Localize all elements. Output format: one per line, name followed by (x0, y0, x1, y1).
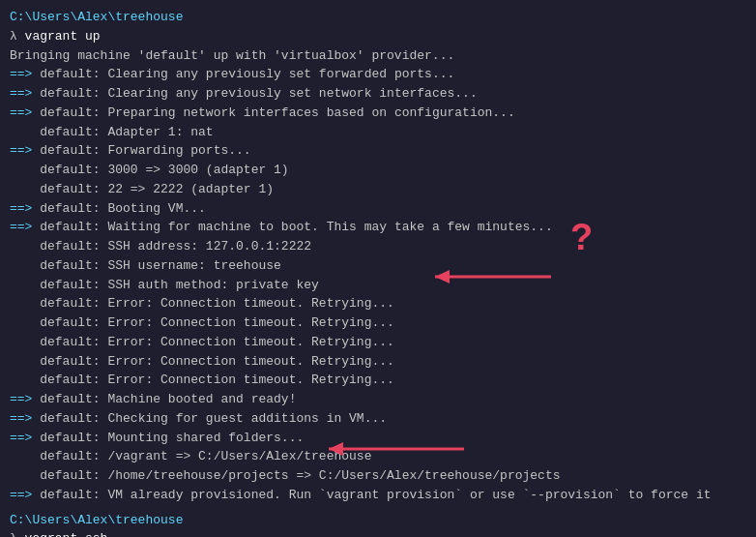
terminal-line: default: Error: Connection timeout. Retr… (10, 371, 746, 390)
terminal-line: ==> default: Preparing network interface… (10, 104, 746, 123)
terminal-line: default: Adapter 1: nat (10, 123, 746, 142)
terminal-line: ==> default: Forwarding ports... (10, 141, 746, 161)
terminal-line: default: 22 => 2222 (adapter 1) (10, 180, 746, 199)
terminal-line: ==> default: Waiting for machine to boot… (10, 218, 746, 237)
terminal-line: default: Error: Connection timeout. Retr… (10, 313, 746, 333)
terminal-line: default: 3000 => 3000 (adapter 1) (10, 161, 746, 180)
terminal-content: C:\Users\Alex\treehouseλ vagrant upBring… (10, 8, 746, 537)
terminal-line: default: Error: Connection timeout. Retr… (10, 294, 746, 313)
terminal-line: ==> default: Booting VM... (10, 199, 746, 219)
terminal-line: default: Error: Connection timeout. Retr… (10, 352, 746, 372)
terminal-line: C:\Users\Alex\treehouse (10, 511, 746, 530)
terminal-line: C:\Users\Alex\treehouse (10, 8, 746, 27)
terminal-line: default: SSH auth method: private key (10, 276, 746, 295)
terminal-line: λ vagrant ssh (10, 529, 746, 537)
terminal-line: ==> default: VM already provisioned. Run… (10, 486, 746, 505)
terminal-line: default: Error: Connection timeout. Retr… (10, 333, 746, 352)
terminal-line: Bringing machine 'default' up with 'virt… (10, 46, 746, 66)
terminal-line: ==> default: Machine booted and ready! (10, 390, 746, 409)
terminal-line: default: /vagrant => C:/Users/Alex/treeh… (10, 447, 746, 466)
terminal-line: default: SSH username: treehouse (10, 256, 746, 276)
terminal-window: C:\Users\Alex\treehouseλ vagrant upBring… (0, 0, 756, 537)
terminal-line: default: SSH address: 127.0.0.1:2222 (10, 237, 746, 256)
terminal-line: ==> default: Clearing any previously set… (10, 84, 746, 104)
terminal-line: ==> default: Checking for guest addition… (10, 409, 746, 429)
terminal-line: ==> default: Clearing any previously set… (10, 65, 746, 84)
terminal-line: λ vagrant up (10, 27, 746, 46)
terminal-line: default: /home/treehouse/projects => C:/… (10, 466, 746, 486)
terminal-line: ==> default: Mounting shared folders... (10, 429, 746, 448)
